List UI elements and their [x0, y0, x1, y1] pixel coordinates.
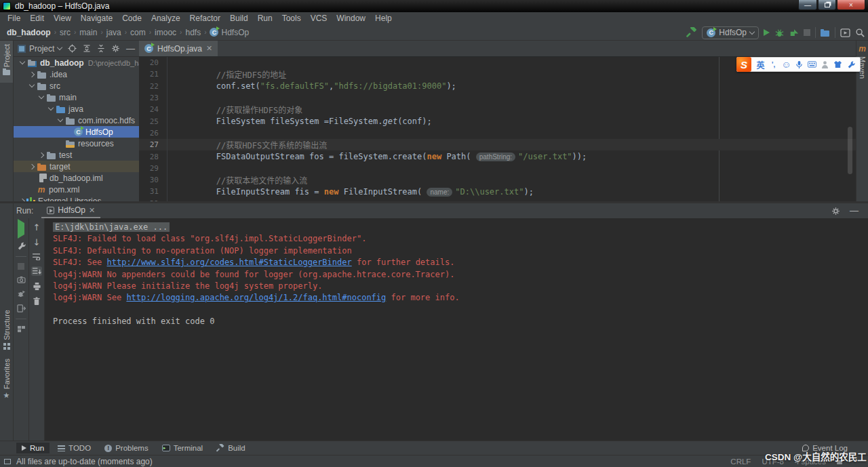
menu-code[interactable]: Code [117, 14, 146, 23]
settings-gear-icon[interactable] [831, 207, 840, 216]
scroll-to-end-button[interactable] [31, 266, 42, 276]
tree-row-java[interactable]: java [14, 103, 139, 115]
clear-console-trash-icon[interactable] [33, 297, 41, 306]
tree-row-src[interactable]: src [14, 80, 139, 92]
menu-file[interactable]: File [3, 14, 25, 23]
print-button[interactable] [33, 282, 41, 291]
toolbar-tab-todo[interactable]: TODO [52, 443, 96, 453]
edit-configuration-wrench-icon[interactable] [17, 241, 26, 250]
chevron-collapsed-icon[interactable] [28, 71, 34, 77]
layout-settings-icon[interactable] [17, 325, 26, 333]
close-tab-icon[interactable]: ✕ [89, 206, 95, 215]
settings-gear-icon[interactable] [111, 44, 120, 53]
breadcrumb-project[interactable]: db_hadoop [7, 28, 51, 37]
chevron-collapsed-icon[interactable] [28, 163, 34, 169]
soft-wrap-button[interactable] [32, 253, 41, 260]
project-structure-icon[interactable] [821, 28, 830, 37]
console-link[interactable]: http://www.slf4j.org/codes.html#StaticLo… [106, 258, 351, 267]
close-tab-icon[interactable]: ✕ [206, 44, 212, 53]
menu-view[interactable]: View [49, 14, 76, 23]
breadcrumb-main[interactable]: main [79, 28, 97, 37]
stop-button[interactable] [804, 29, 810, 36]
tree-row-hdfsop[interactable]: C HdfsOp [14, 126, 139, 138]
chevron-collapsed-icon[interactable] [38, 152, 43, 157]
toolbar-tab-build[interactable]: Build [211, 443, 251, 453]
emoji-button[interactable]: ☺ [780, 59, 793, 70]
tree-row-iml[interactable]: db_hadoop.iml [14, 172, 139, 184]
toolbar-tab-problems[interactable]: ! Problems [99, 443, 154, 453]
menu-analyze[interactable]: Analyze [146, 14, 185, 23]
chevron-expanded-icon[interactable] [47, 105, 53, 110]
stop-button[interactable] [18, 263, 24, 270]
breadcrumb-com[interactable]: com [130, 28, 146, 37]
menu-run[interactable]: Run [253, 14, 277, 23]
breadcrumb-java[interactable]: java [106, 28, 121, 37]
locate-file-button[interactable] [68, 44, 77, 53]
menu-refactor[interactable]: Refactor [185, 14, 225, 23]
restart-debug-icon[interactable] [17, 289, 26, 298]
code-area[interactable]: 20 21 //指定HDFS的地址 22 conf.set("fs.defaul… [139, 57, 856, 201]
run-configuration-select[interactable]: C HdfsOp [702, 26, 759, 39]
tool-tab-project[interactable]: Project [0, 41, 13, 83]
hide-panel-button[interactable]: — [850, 207, 859, 216]
tree-row-target[interactable]: target [14, 161, 139, 172]
toggle-toolwindows-icon[interactable] [4, 459, 11, 464]
user-icon[interactable] [818, 60, 831, 68]
tool-tab-structure[interactable]: Structure [0, 306, 13, 355]
settings-wrench-icon[interactable] [844, 60, 857, 68]
exit-icon[interactable] [17, 304, 26, 312]
microphone-icon[interactable] [793, 60, 806, 69]
close-button[interactable]: × [837, 0, 865, 10]
punctuation-button[interactable]: ’, [767, 61, 780, 68]
tree-row-test[interactable]: test [14, 149, 139, 161]
breadcrumb-hdfsop[interactable]: HdfsOp [221, 28, 249, 37]
chevron-expanded-icon[interactable] [19, 59, 24, 64]
tree-row-resources[interactable]: resources [14, 138, 139, 149]
toolbar-tab-terminal[interactable]: ▸ Terminal [157, 443, 208, 453]
run-tab-hdfsop[interactable]: HdfsOp ✕ [41, 203, 100, 218]
tree-row-main[interactable]: main [14, 92, 139, 103]
tree-row-package[interactable]: com.imooc.hdfs [14, 115, 139, 126]
editor-tab-hdfsop[interactable]: C HdfsOp.java ✕ [139, 41, 218, 56]
menu-help[interactable]: Help [370, 14, 397, 23]
run-anything-button[interactable] [840, 28, 850, 37]
tool-tab-favorites[interactable]: Favorites ★ [0, 355, 13, 403]
collapse-all-button[interactable] [97, 44, 105, 53]
menu-vcs[interactable]: VCS [306, 14, 332, 23]
line-ending-indicator[interactable]: CRLF [730, 458, 751, 466]
language-mode-button[interactable]: 英 [754, 59, 767, 70]
menu-edit[interactable]: Edit [25, 14, 49, 23]
debug-button[interactable] [774, 28, 785, 38]
console-link[interactable]: http://logging.apache.org/log4j/1.2/faq.… [126, 293, 386, 302]
breadcrumb-hdfs[interactable]: hdfs [185, 28, 201, 37]
tree-row-idea[interactable]: .idea [14, 68, 139, 80]
breadcrumb-src[interactable]: src [60, 28, 71, 37]
console-output[interactable]: E:\jdk\bin\java.exe ... SLF4J: Failed to… [45, 218, 868, 441]
coverage-button[interactable] [789, 28, 799, 38]
chevron-expanded-icon[interactable] [28, 82, 34, 87]
hide-panel-button[interactable]: — [126, 45, 135, 52]
tree-row-pom[interactable]: m pom.xml [14, 184, 139, 195]
chevron-expanded-icon[interactable] [57, 117, 62, 122]
chevron-expanded-icon[interactable] [38, 94, 43, 99]
tree-row-db-hadoop[interactable]: db_hadoop D:\project\db_had [14, 57, 139, 68]
sogou-logo[interactable]: S [736, 57, 751, 72]
menu-navigate[interactable]: Navigate [76, 14, 117, 23]
keyboard-icon[interactable] [806, 61, 818, 68]
expand-all-button[interactable] [83, 44, 91, 53]
menu-window[interactable]: Window [332, 14, 370, 23]
search-everywhere-button[interactable] [855, 28, 865, 38]
toolbar-tab-run[interactable]: Run [16, 443, 50, 453]
breadcrumb-imooc[interactable]: imooc [155, 28, 176, 37]
up-stack-trace-button[interactable]: ↑ [33, 223, 41, 232]
down-stack-trace-button[interactable]: ↓ [33, 238, 41, 247]
editor-scrollbar[interactable] [848, 127, 852, 174]
project-panel-title[interactable]: Project [18, 44, 62, 54]
run-button[interactable] [764, 29, 770, 36]
skin-shirt-icon[interactable] [831, 60, 844, 68]
dump-threads-icon[interactable] [17, 276, 26, 283]
rerun-button[interactable] [18, 223, 24, 235]
minimize-button[interactable]: — [798, 0, 817, 10]
menu-build[interactable]: Build [225, 14, 253, 23]
restore-button[interactable] [818, 0, 836, 10]
